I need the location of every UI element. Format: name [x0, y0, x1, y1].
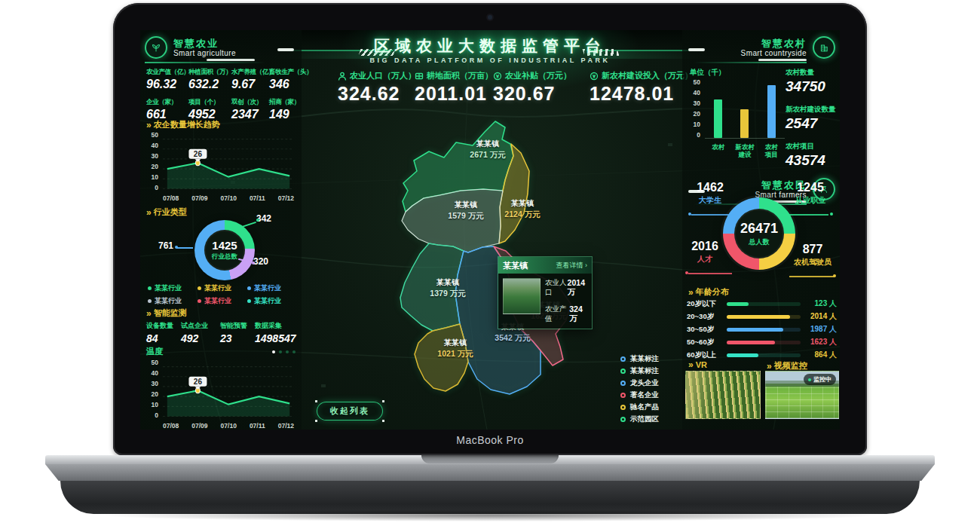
laptop-shadow — [98, 509, 882, 521]
stat-dot — [688, 213, 691, 216]
callout-dot — [175, 246, 178, 249]
age-row: 20~30岁2014 人 — [687, 312, 837, 321]
stat: 新农村建设数量2547 — [786, 105, 838, 132]
countryside-stats: 农村数量34750 新农村建设数量2547 农村项目43574 — [786, 68, 838, 179]
farmers-stat-students: 1462 大学生 — [687, 181, 733, 206]
map-legend-item[interactable]: 著名企业 — [620, 390, 659, 400]
legend-item[interactable]: 某某行业 — [198, 283, 247, 293]
callout-dot — [256, 219, 259, 222]
section-chevron-icon: » — [767, 362, 770, 371]
industry-donut-chart[interactable]: 1425 行业总数 — [194, 220, 255, 280]
map-legend-item[interactable]: 龙头企业 — [620, 378, 659, 388]
region-label: 某某镇2671 万元 — [470, 138, 505, 161]
age-bar-track — [727, 315, 801, 319]
legend-dot-icon — [247, 299, 251, 303]
stat: 招商（家）149 — [269, 98, 299, 121]
header-dash — [277, 48, 294, 51]
video-monitor-image[interactable]: 监控中 — [765, 371, 839, 419]
farmers-donut-chart[interactable]: 26471 总人数 — [723, 197, 795, 270]
kpi-agri-subsidy: 农业补贴（万元） 320.67 — [493, 70, 571, 105]
temperature-line-chart[interactable]: 50403020100 26 07/0807/0907/1007/1107/12 — [145, 357, 297, 430]
agriculture-stats: 农业产值（亿）96.32 种植面积（万）632.2 水产养殖（亿）9.67 畜牧… — [146, 68, 299, 121]
legend-item[interactable]: 某某行业 — [198, 296, 247, 306]
section-chevron-icon: » — [146, 208, 150, 217]
age-bar-track — [727, 353, 801, 357]
legend-item[interactable]: 某某行业 — [148, 296, 198, 306]
stat-line — [688, 273, 732, 274]
monitor-title: » 智能监测 — [146, 307, 187, 319]
y-axis: 50403020100 — [145, 131, 158, 191]
collapse-list-wrap: 收起列表 — [315, 400, 384, 422]
legend-ring-icon — [620, 393, 626, 398]
kpi-agri-population: 农业人口（万人） 324.62 — [338, 70, 416, 105]
x-axis: 07/0807/0907/1007/1107/12 — [163, 194, 294, 203]
person-icon — [338, 72, 347, 81]
header-underline — [207, 59, 255, 61]
stat: 项目（个）4952 — [188, 98, 231, 121]
age-row: 20岁以下123 人 — [687, 299, 837, 308]
age-bar — [727, 315, 790, 319]
region-label: 某某镇1379 万元 — [430, 277, 465, 300]
collapse-list-button[interactable]: 收起列表 — [317, 402, 383, 421]
field-icon — [415, 72, 424, 81]
y-axis: 50403020100 — [145, 359, 158, 419]
stat-dot — [833, 274, 836, 277]
x-axis: 07/0807/0907/1007/1107/12 — [163, 422, 294, 430]
age-bar — [727, 341, 775, 344]
callout-line — [241, 222, 256, 228]
map-legend-item[interactable]: 某某标注 — [620, 366, 659, 376]
pager-dot[interactable] — [286, 350, 289, 353]
age-bar-track — [727, 302, 801, 306]
view-details-link[interactable]: 查看详情 — [556, 261, 588, 271]
age-bar — [727, 353, 758, 357]
growth-line-chart[interactable]: 50403020100 26 07/0807/0907/1007/1107/12 — [145, 130, 297, 203]
bar — [714, 99, 722, 138]
region-label: 某某镇1579 万元 — [448, 199, 483, 222]
age-row: 60岁以上864 人 — [687, 350, 837, 359]
map-legend-item[interactable]: 某某标注 — [620, 354, 659, 364]
farmers-stat-machine-drivers: 877 农机驾驶员 — [786, 243, 839, 268]
stat: 水产养殖（亿）9.67 — [231, 68, 269, 91]
stat: 种植面积（万）632.2 — [188, 68, 231, 91]
kpi-new-village-investment: 新农村建设投入（万元） 12478.01 — [590, 70, 693, 105]
donut-callout-320: 320 — [253, 256, 268, 267]
section-chevron-icon: » — [146, 121, 150, 130]
legend-item[interactable]: 某某行业 — [247, 296, 294, 306]
bar-chart-unit: 单位（千） — [690, 68, 726, 78]
pager-dot-active[interactable] — [272, 350, 275, 353]
section-chevron-icon: » — [146, 309, 150, 318]
legend-ring-icon — [620, 381, 626, 386]
chart-tooltip: 26 — [189, 377, 207, 387]
section-chevron-icon: » — [688, 360, 692, 369]
countryside-subtitle: Smart countryside — [741, 49, 807, 57]
video-monitor-title: » 视频监控 — [767, 360, 807, 372]
farmers-stat-practitioners: 1245 从业职业 — [784, 181, 837, 206]
legend-item[interactable]: 某某行业 — [247, 283, 294, 293]
age-row: 30~50岁1987 人 — [687, 325, 837, 334]
pager-dot[interactable] — [279, 350, 282, 353]
stat: 设备数量84 — [146, 321, 181, 344]
town-photo — [503, 278, 541, 314]
stat: 畜牧生产（头）346 — [269, 68, 299, 91]
laptop-bezel: 区域农业大数据监管平台 BIG DATA PLATFORM OF INDUSTR… — [113, 3, 867, 455]
countryside-bar-chart[interactable]: 50403020100 农村新农村 建设农村 项目 — [687, 78, 785, 158]
laptop-base-body — [45, 464, 935, 481]
map-legend-item[interactable]: 驰名产品 — [620, 402, 659, 412]
legend-ring-icon — [620, 369, 626, 374]
y-axis: 50403020100 — [687, 78, 700, 139]
industry-legend: 某某行业 某某行业 某某行业 某某行业 某某行业 某某行业 — [148, 283, 294, 306]
vr-image[interactable] — [685, 371, 761, 419]
plot-area: 26 — [163, 359, 294, 419]
donut-callout-761: 761 — [158, 240, 173, 251]
stat: 智能预警23 — [220, 321, 255, 344]
donut-center: 1425 行业总数 — [204, 230, 245, 271]
pager-dot[interactable] — [292, 350, 296, 353]
stat-dot — [685, 271, 688, 274]
age-distribution-title: » 年龄分布 — [688, 286, 729, 298]
map-legend-item[interactable]: 示范园区 — [620, 414, 659, 424]
plot-area: 26 — [163, 131, 294, 191]
pager-dots[interactable] — [272, 350, 296, 353]
legend-ring-icon — [620, 356, 626, 362]
legend-item[interactable]: 某某行业 — [148, 283, 198, 293]
region-label: 某某镇2124 万元 — [504, 197, 540, 221]
